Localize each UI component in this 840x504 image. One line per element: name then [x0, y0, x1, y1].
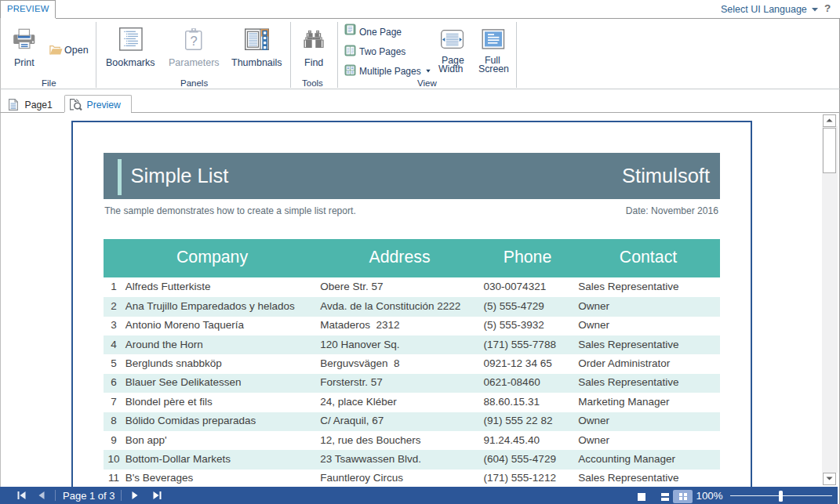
svg-text:?: ?: [190, 34, 197, 48]
